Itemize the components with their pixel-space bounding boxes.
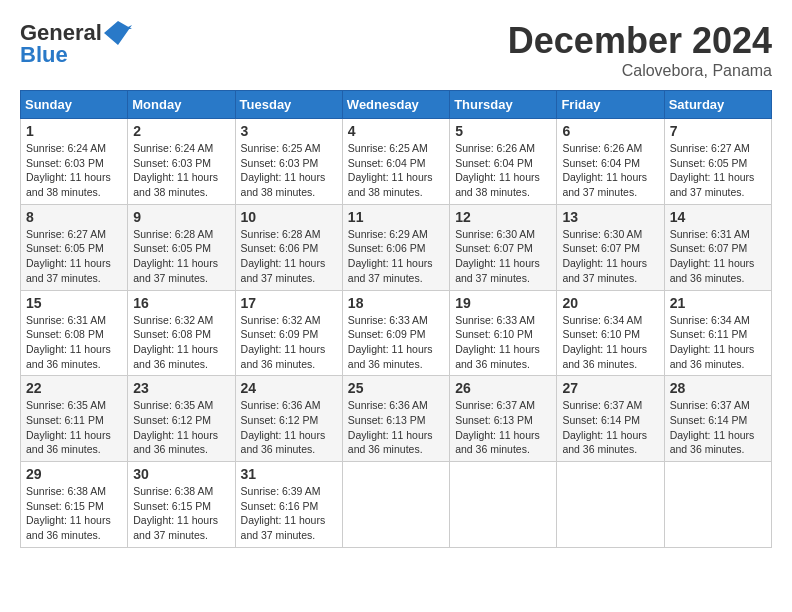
week-row-5: 29Sunrise: 6:38 AM Sunset: 6:15 PM Dayli… xyxy=(21,462,772,548)
day-cell-23: 23Sunrise: 6:35 AM Sunset: 6:12 PM Dayli… xyxy=(128,376,235,462)
day-cell-28: 28Sunrise: 6:37 AM Sunset: 6:14 PM Dayli… xyxy=(664,376,771,462)
weekday-header-wednesday: Wednesday xyxy=(342,91,449,119)
day-cell-11: 11Sunrise: 6:29 AM Sunset: 6:06 PM Dayli… xyxy=(342,204,449,290)
logo: General Blue xyxy=(20,20,132,68)
day-cell-9: 9Sunrise: 6:28 AM Sunset: 6:05 PM Daylig… xyxy=(128,204,235,290)
day-info: Sunrise: 6:38 AM Sunset: 6:15 PM Dayligh… xyxy=(26,484,122,543)
day-info: Sunrise: 6:30 AM Sunset: 6:07 PM Dayligh… xyxy=(455,227,551,286)
day-info: Sunrise: 6:28 AM Sunset: 6:05 PM Dayligh… xyxy=(133,227,229,286)
weekday-header-saturday: Saturday xyxy=(664,91,771,119)
day-cell-1: 1Sunrise: 6:24 AM Sunset: 6:03 PM Daylig… xyxy=(21,119,128,205)
title-block: December 2024 Calovebora, Panama xyxy=(508,20,772,80)
day-info: Sunrise: 6:25 AM Sunset: 6:03 PM Dayligh… xyxy=(241,141,337,200)
day-info: Sunrise: 6:27 AM Sunset: 6:05 PM Dayligh… xyxy=(26,227,122,286)
weekday-header-tuesday: Tuesday xyxy=(235,91,342,119)
day-cell-6: 6Sunrise: 6:26 AM Sunset: 6:04 PM Daylig… xyxy=(557,119,664,205)
day-cell-8: 8Sunrise: 6:27 AM Sunset: 6:05 PM Daylig… xyxy=(21,204,128,290)
day-info: Sunrise: 6:34 AM Sunset: 6:10 PM Dayligh… xyxy=(562,313,658,372)
day-number: 24 xyxy=(241,380,337,396)
day-cell-3: 3Sunrise: 6:25 AM Sunset: 6:03 PM Daylig… xyxy=(235,119,342,205)
logo-bird-icon xyxy=(104,21,132,45)
day-info: Sunrise: 6:39 AM Sunset: 6:16 PM Dayligh… xyxy=(241,484,337,543)
day-number: 15 xyxy=(26,295,122,311)
day-cell-31: 31Sunrise: 6:39 AM Sunset: 6:16 PM Dayli… xyxy=(235,462,342,548)
day-number: 6 xyxy=(562,123,658,139)
day-cell-19: 19Sunrise: 6:33 AM Sunset: 6:10 PM Dayli… xyxy=(450,290,557,376)
day-cell-27: 27Sunrise: 6:37 AM Sunset: 6:14 PM Dayli… xyxy=(557,376,664,462)
day-number: 29 xyxy=(26,466,122,482)
day-cell-21: 21Sunrise: 6:34 AM Sunset: 6:11 PM Dayli… xyxy=(664,290,771,376)
day-number: 23 xyxy=(133,380,229,396)
day-cell-10: 10Sunrise: 6:28 AM Sunset: 6:06 PM Dayli… xyxy=(235,204,342,290)
empty-cell xyxy=(557,462,664,548)
week-row-4: 22Sunrise: 6:35 AM Sunset: 6:11 PM Dayli… xyxy=(21,376,772,462)
day-info: Sunrise: 6:24 AM Sunset: 6:03 PM Dayligh… xyxy=(26,141,122,200)
day-number: 26 xyxy=(455,380,551,396)
day-number: 27 xyxy=(562,380,658,396)
day-cell-16: 16Sunrise: 6:32 AM Sunset: 6:08 PM Dayli… xyxy=(128,290,235,376)
day-cell-4: 4Sunrise: 6:25 AM Sunset: 6:04 PM Daylig… xyxy=(342,119,449,205)
day-info: Sunrise: 6:38 AM Sunset: 6:15 PM Dayligh… xyxy=(133,484,229,543)
day-info: Sunrise: 6:26 AM Sunset: 6:04 PM Dayligh… xyxy=(455,141,551,200)
day-info: Sunrise: 6:25 AM Sunset: 6:04 PM Dayligh… xyxy=(348,141,444,200)
day-cell-29: 29Sunrise: 6:38 AM Sunset: 6:15 PM Dayli… xyxy=(21,462,128,548)
day-info: Sunrise: 6:32 AM Sunset: 6:08 PM Dayligh… xyxy=(133,313,229,372)
weekday-header-friday: Friday xyxy=(557,91,664,119)
day-info: Sunrise: 6:35 AM Sunset: 6:12 PM Dayligh… xyxy=(133,398,229,457)
day-number: 4 xyxy=(348,123,444,139)
day-info: Sunrise: 6:36 AM Sunset: 6:13 PM Dayligh… xyxy=(348,398,444,457)
week-row-2: 8Sunrise: 6:27 AM Sunset: 6:05 PM Daylig… xyxy=(21,204,772,290)
day-number: 25 xyxy=(348,380,444,396)
svg-marker-0 xyxy=(104,21,132,45)
day-number: 18 xyxy=(348,295,444,311)
day-number: 30 xyxy=(133,466,229,482)
day-info: Sunrise: 6:36 AM Sunset: 6:12 PM Dayligh… xyxy=(241,398,337,457)
week-row-3: 15Sunrise: 6:31 AM Sunset: 6:08 PM Dayli… xyxy=(21,290,772,376)
day-number: 17 xyxy=(241,295,337,311)
day-cell-20: 20Sunrise: 6:34 AM Sunset: 6:10 PM Dayli… xyxy=(557,290,664,376)
day-number: 5 xyxy=(455,123,551,139)
day-info: Sunrise: 6:37 AM Sunset: 6:14 PM Dayligh… xyxy=(670,398,766,457)
day-number: 13 xyxy=(562,209,658,225)
day-info: Sunrise: 6:32 AM Sunset: 6:09 PM Dayligh… xyxy=(241,313,337,372)
day-number: 10 xyxy=(241,209,337,225)
day-cell-30: 30Sunrise: 6:38 AM Sunset: 6:15 PM Dayli… xyxy=(128,462,235,548)
day-info: Sunrise: 6:28 AM Sunset: 6:06 PM Dayligh… xyxy=(241,227,337,286)
day-cell-25: 25Sunrise: 6:36 AM Sunset: 6:13 PM Dayli… xyxy=(342,376,449,462)
month-title: December 2024 xyxy=(508,20,772,62)
day-info: Sunrise: 6:31 AM Sunset: 6:08 PM Dayligh… xyxy=(26,313,122,372)
day-info: Sunrise: 6:27 AM Sunset: 6:05 PM Dayligh… xyxy=(670,141,766,200)
day-info: Sunrise: 6:35 AM Sunset: 6:11 PM Dayligh… xyxy=(26,398,122,457)
calendar-table: SundayMondayTuesdayWednesdayThursdayFrid… xyxy=(20,90,772,548)
day-number: 16 xyxy=(133,295,229,311)
day-info: Sunrise: 6:24 AM Sunset: 6:03 PM Dayligh… xyxy=(133,141,229,200)
week-row-1: 1Sunrise: 6:24 AM Sunset: 6:03 PM Daylig… xyxy=(21,119,772,205)
day-number: 11 xyxy=(348,209,444,225)
day-cell-26: 26Sunrise: 6:37 AM Sunset: 6:13 PM Dayli… xyxy=(450,376,557,462)
day-number: 3 xyxy=(241,123,337,139)
day-cell-17: 17Sunrise: 6:32 AM Sunset: 6:09 PM Dayli… xyxy=(235,290,342,376)
day-info: Sunrise: 6:26 AM Sunset: 6:04 PM Dayligh… xyxy=(562,141,658,200)
page-header: General Blue December 2024 Calovebora, P… xyxy=(20,20,772,80)
day-cell-18: 18Sunrise: 6:33 AM Sunset: 6:09 PM Dayli… xyxy=(342,290,449,376)
day-number: 22 xyxy=(26,380,122,396)
day-number: 28 xyxy=(670,380,766,396)
day-info: Sunrise: 6:37 AM Sunset: 6:14 PM Dayligh… xyxy=(562,398,658,457)
weekday-header-row: SundayMondayTuesdayWednesdayThursdayFrid… xyxy=(21,91,772,119)
weekday-header-sunday: Sunday xyxy=(21,91,128,119)
day-info: Sunrise: 6:37 AM Sunset: 6:13 PM Dayligh… xyxy=(455,398,551,457)
day-number: 9 xyxy=(133,209,229,225)
day-number: 8 xyxy=(26,209,122,225)
day-cell-22: 22Sunrise: 6:35 AM Sunset: 6:11 PM Dayli… xyxy=(21,376,128,462)
weekday-header-monday: Monday xyxy=(128,91,235,119)
day-cell-12: 12Sunrise: 6:30 AM Sunset: 6:07 PM Dayli… xyxy=(450,204,557,290)
day-info: Sunrise: 6:33 AM Sunset: 6:09 PM Dayligh… xyxy=(348,313,444,372)
day-info: Sunrise: 6:30 AM Sunset: 6:07 PM Dayligh… xyxy=(562,227,658,286)
day-number: 21 xyxy=(670,295,766,311)
empty-cell xyxy=(342,462,449,548)
day-number: 7 xyxy=(670,123,766,139)
day-cell-14: 14Sunrise: 6:31 AM Sunset: 6:07 PM Dayli… xyxy=(664,204,771,290)
logo-blue: Blue xyxy=(20,42,68,68)
day-info: Sunrise: 6:33 AM Sunset: 6:10 PM Dayligh… xyxy=(455,313,551,372)
day-cell-13: 13Sunrise: 6:30 AM Sunset: 6:07 PM Dayli… xyxy=(557,204,664,290)
